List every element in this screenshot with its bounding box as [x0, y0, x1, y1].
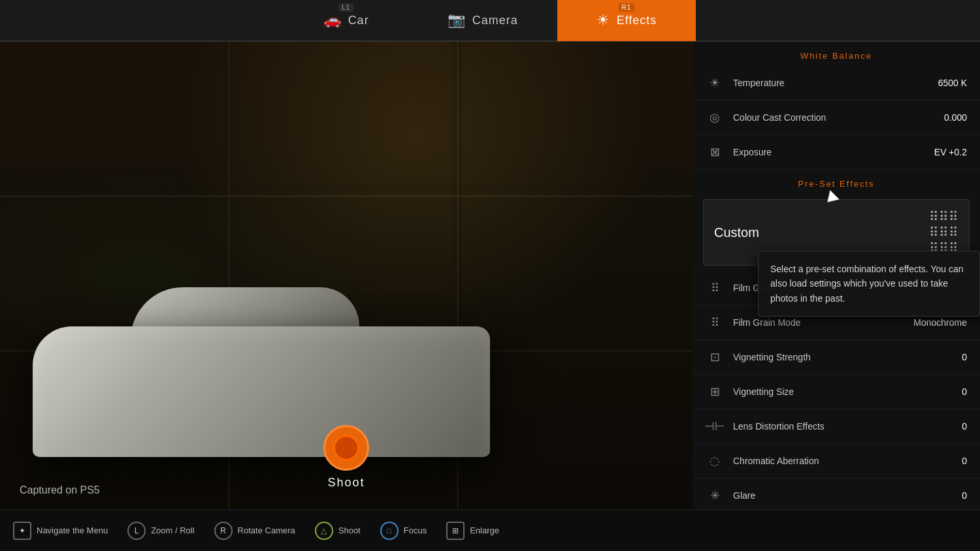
- colour-cast-value: 0.000: [944, 112, 967, 123]
- lens-distortion-icon: ⊣⊢: [706, 417, 724, 435]
- car-body: [33, 326, 490, 457]
- vignetting-strength-row[interactable]: ⊡ Vignetting Strength 0: [693, 340, 980, 375]
- tab-camera[interactable]: 📷 Camera: [408, 0, 557, 41]
- enlarge-icon: ⊞: [446, 522, 465, 540]
- zoom-icon: L: [127, 522, 146, 540]
- effects-tab-label: Effects: [617, 14, 657, 27]
- preset-effects-header: Pre-Set Effects: [693, 170, 980, 194]
- shoot-control-label: Shoot: [338, 526, 361, 535]
- effects-icon: ☀: [596, 12, 610, 29]
- navigate-icon: ✦: [13, 522, 31, 540]
- bottom-controls-bar: ✦ Navigate the Menu L Zoom / Roll R Rota…: [0, 509, 980, 551]
- shoot-triangle-icon: △: [315, 522, 333, 540]
- colour-cast-icon: ◎: [706, 108, 724, 127]
- lens-distortion-label: Lens Distortion Effects: [733, 421, 962, 432]
- effects-button-label: R1: [619, 3, 635, 12]
- lens-distortion-value: 0: [962, 421, 967, 432]
- top-navigation: L1 🚗 Car 📷 Camera R1 ☀ Effects: [0, 0, 980, 42]
- chromatic-aberration-row[interactable]: ◌ Chromatic Aberration 0: [693, 444, 980, 479]
- captured-label: Captured on PS5: [20, 484, 100, 496]
- exposure-icon: ⊠: [706, 143, 724, 161]
- vignetting-strength-icon: ⊡: [706, 348, 724, 366]
- main-viewport: Captured on PS5 Shoot: [0, 42, 693, 509]
- preset-dropdown-label: Custom: [714, 225, 929, 240]
- rotate-camera-control[interactable]: R Rotate Camera: [214, 522, 295, 540]
- exposure-row[interactable]: ⊠ Exposure EV +0.2: [693, 135, 980, 170]
- zoom-label: Zoom / Roll: [151, 526, 194, 535]
- chromatic-aberration-value: 0: [962, 456, 967, 466]
- car-tab-label: Car: [348, 14, 369, 27]
- colour-cast-row[interactable]: ◎ Colour Cast Correction 0.000: [693, 101, 980, 135]
- shoot-button-area[interactable]: Shoot: [323, 425, 369, 490]
- right-settings-panel: White Balance ☀ Temperature 6500 K ◎ Col…: [693, 42, 980, 509]
- grid-line-horizontal-1: [0, 196, 693, 197]
- navigate-menu-control[interactable]: ✦ Navigate the Menu: [13, 522, 108, 540]
- glare-row[interactable]: ✳ Glare 0: [693, 479, 980, 509]
- rotate-label: Rotate Camera: [238, 526, 295, 535]
- glare-value: 0: [962, 490, 967, 501]
- car-icon: 🚗: [323, 12, 342, 29]
- exposure-label: Exposure: [733, 147, 934, 157]
- vignetting-size-label: Vignetting Size: [733, 386, 962, 397]
- tab-car[interactable]: L1 🚗 Car: [284, 0, 408, 41]
- camera-icon: 📷: [448, 12, 466, 29]
- focus-icon: □: [380, 522, 399, 540]
- temperature-value: 6500 K: [938, 78, 967, 88]
- shoot-circle-inner: [333, 435, 359, 461]
- enlarge-control[interactable]: ⊞ Enlarge: [446, 522, 499, 540]
- film-grain-mode-value: Monochrome: [913, 317, 967, 328]
- glare-icon: ✳: [706, 486, 724, 505]
- temperature-label: Temperature: [733, 78, 938, 88]
- zoom-roll-control[interactable]: L Zoom / Roll: [127, 522, 194, 540]
- temperature-icon: ☀: [706, 74, 724, 92]
- preset-tooltip: Select a pre-set combination of effects.…: [758, 251, 980, 317]
- film-grain-icon: ⠿: [706, 279, 724, 297]
- lens-distortion-row[interactable]: ⊣⊢ Lens Distortion Effects 0: [693, 409, 980, 444]
- temperature-row[interactable]: ☀ Temperature 6500 K: [693, 66, 980, 101]
- glare-label: Glare: [733, 490, 962, 501]
- enlarge-label: Enlarge: [470, 526, 499, 535]
- focus-label: Focus: [404, 526, 427, 535]
- exposure-value: EV +0.2: [934, 147, 967, 157]
- car-image: [33, 228, 523, 457]
- film-grain-mode-icon: ⠿: [706, 313, 724, 332]
- grid-icon: ⠿⠿⠿⠿⠿⠿⠿⠿⠿: [929, 209, 958, 256]
- focus-control[interactable]: □ Focus: [380, 522, 427, 540]
- shoot-button-label: Shoot: [327, 476, 365, 490]
- chromatic-aberration-icon: ◌: [706, 452, 724, 470]
- colour-cast-label: Colour Cast Correction: [733, 112, 944, 123]
- shoot-control[interactable]: △ Shoot: [315, 522, 361, 540]
- car-button-label: L1: [338, 3, 353, 12]
- film-grain-mode-label: Film Grain Mode: [733, 317, 913, 328]
- vignetting-strength-value: 0: [962, 352, 967, 362]
- camera-tab-label: Camera: [472, 14, 518, 27]
- tooltip-text: Select a pre-set combination of effects.…: [770, 264, 963, 304]
- navigate-label: Navigate the Menu: [37, 526, 108, 535]
- vignetting-size-value: 0: [962, 386, 967, 397]
- rotate-icon: R: [214, 522, 233, 540]
- vignetting-size-row[interactable]: ⊞ Vignetting Size 0: [693, 375, 980, 409]
- chromatic-aberration-label: Chromatic Aberration: [733, 456, 962, 466]
- tab-effects[interactable]: R1 ☀ Effects: [557, 0, 696, 41]
- white-balance-header: White Balance: [693, 42, 980, 66]
- shoot-circle-button[interactable]: [323, 425, 369, 471]
- vignetting-size-icon: ⊞: [706, 383, 724, 401]
- vignetting-strength-label: Vignetting Strength: [733, 352, 962, 362]
